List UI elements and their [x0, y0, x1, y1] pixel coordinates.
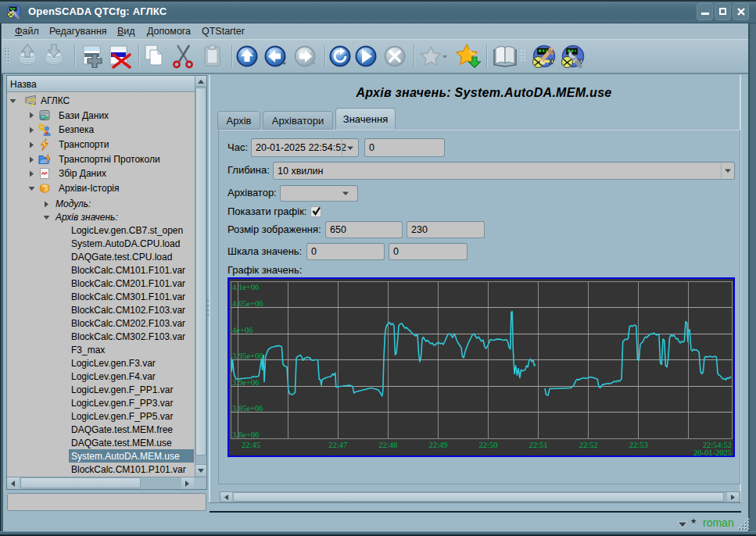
svg-text:22:52: 22:52 — [579, 441, 598, 449]
svg-text:4.1e+06: 4.1e+06 — [232, 283, 259, 291]
svg-text:22:50: 22:50 — [479, 441, 498, 449]
svg-text:3.8e+06: 3.8e+06 — [232, 431, 259, 439]
svg-text:3.85e+06: 3.85e+06 — [232, 404, 263, 413]
svg-text:22:48: 22:48 — [378, 441, 397, 449]
svg-text:20-01-2025: 20-01-2025 — [693, 448, 732, 456]
svg-text:4.05e+06: 4.05e+06 — [232, 299, 263, 308]
svg-text:4e+06: 4e+06 — [232, 326, 253, 334]
svg-text:22:49: 22:49 — [428, 441, 447, 449]
svg-text:22:45: 22:45 — [242, 441, 260, 449]
svg-text:АГЛК: АГЛК — [27, 98, 38, 102]
svg-text:22:51: 22:51 — [529, 441, 548, 449]
svg-text:22:47: 22:47 — [328, 441, 347, 449]
svg-text:22:53: 22:53 — [629, 441, 648, 449]
svg-text:3.95e+06: 3.95e+06 — [232, 352, 263, 360]
